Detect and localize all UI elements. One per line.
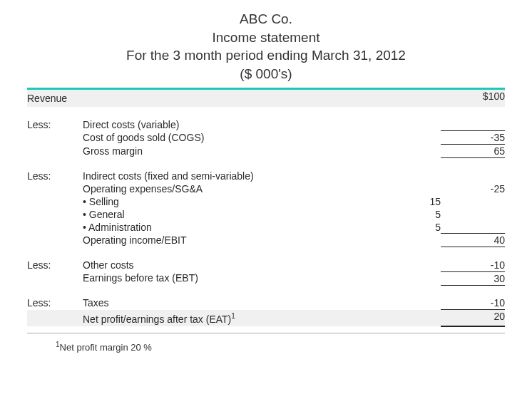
direct-costs-label: Direct costs (variable): [83, 118, 384, 131]
less-label-4: Less:: [27, 296, 83, 310]
opex-value: -25: [441, 182, 505, 195]
general-value: 5: [384, 208, 441, 221]
row-taxes: Less: Taxes -10: [27, 296, 505, 310]
ebt-value: 30: [441, 271, 505, 285]
ebt-label: Earnings before tax (EBT): [83, 271, 384, 285]
row-revenue: Revenue $100: [27, 90, 505, 107]
footnote: 1Net profit margin 20 %: [27, 341, 505, 353]
selling-label: Selling: [83, 196, 119, 207]
eat-value: 20: [441, 310, 505, 327]
company-name: ABC Co.: [27, 10, 505, 28]
general-label: General: [83, 209, 125, 220]
revenue-label: Revenue: [27, 90, 83, 107]
eat-label: Net profit/earnings after tax (EAT): [83, 313, 231, 324]
other-costs-label: Other costs: [83, 259, 384, 272]
row-other-costs: Less: Other costs -10: [27, 259, 505, 272]
statement-period: For the 3 month period ending March 31, …: [27, 46, 505, 65]
statement-units: ($ 000's): [27, 65, 505, 83]
row-gross-margin: Gross margin 65: [27, 145, 505, 158]
taxes-label: Taxes: [83, 296, 384, 310]
row-direct-costs: Less: Direct costs (variable): [27, 118, 505, 131]
less-label-2: Less:: [27, 170, 83, 182]
cogs-value: -35: [441, 131, 505, 145]
ebit-label: Operating income/EBIT: [83, 234, 384, 247]
row-admin: Administration 5: [27, 221, 505, 234]
row-cogs: Cost of goods sold (COGS) -35: [27, 131, 505, 145]
ebit-value: 40: [441, 234, 505, 247]
statement-title: Income statement: [27, 28, 505, 47]
row-selling: Selling 15: [27, 195, 505, 208]
row-general: General 5: [27, 208, 505, 221]
gross-margin-label: Gross margin: [83, 145, 384, 158]
less-label-3: Less:: [27, 259, 83, 272]
opex-label: Operating expenses/SG&A: [83, 182, 384, 195]
statement-header: ABC Co. Income statement For the 3 month…: [27, 10, 505, 83]
row-indirect-costs: Less: Indirect costs (fixed and semi-var…: [27, 170, 505, 182]
eat-sup: 1: [231, 312, 235, 320]
other-costs-value: -10: [441, 259, 505, 272]
taxes-value: -10: [441, 296, 505, 310]
cogs-label: Cost of goods sold (COGS): [83, 131, 384, 145]
less-label: Less:: [27, 118, 83, 131]
indirect-costs-label: Indirect costs (fixed and semi-variable): [83, 170, 384, 182]
row-eat: Net profit/earnings after tax (EAT)1 20: [27, 310, 505, 327]
selling-value: 15: [384, 195, 441, 208]
row-ebit: Operating income/EBIT 40: [27, 234, 505, 247]
bottom-rule: [27, 333, 505, 333]
footnote-text: Net profit margin 20 %: [60, 343, 152, 353]
admin-value: 5: [384, 221, 441, 234]
row-ebt: Earnings before tax (EBT) 30: [27, 271, 505, 285]
row-opex: Operating expenses/SG&A -25: [27, 182, 505, 195]
income-statement-table: Revenue $100 Less: Direct costs (variabl…: [27, 90, 505, 328]
gross-margin-value: 65: [441, 145, 505, 158]
revenue-value: $100: [441, 90, 505, 107]
admin-label: Administration: [83, 222, 152, 233]
